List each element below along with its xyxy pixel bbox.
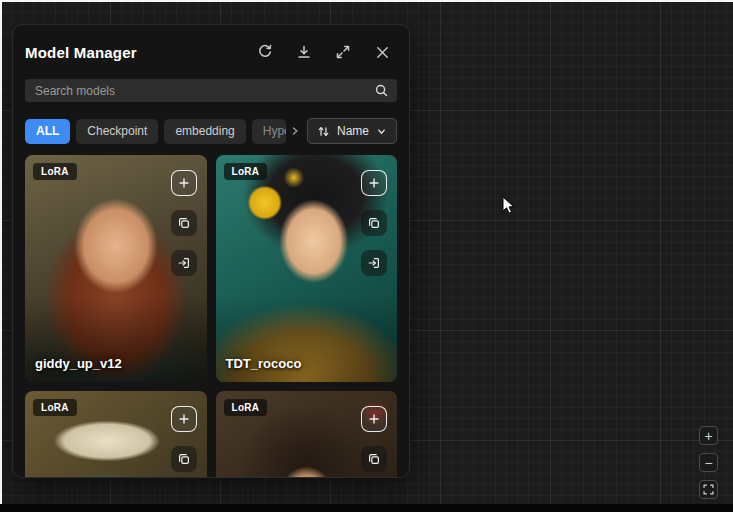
refresh-icon	[257, 44, 273, 60]
model-card[interactable]: LoRA TDT_rococo	[216, 155, 398, 382]
copy-button[interactable]	[171, 210, 197, 236]
window-border-left	[0, 0, 2, 504]
download-button[interactable]	[295, 43, 313, 61]
header-actions	[256, 43, 391, 61]
fit-view-icon	[702, 483, 715, 496]
copy-icon	[177, 216, 191, 230]
load-model-button[interactable]	[361, 250, 387, 276]
card-actions	[171, 170, 197, 276]
canvas-controls: + −	[699, 426, 718, 499]
sort-dropdown[interactable]: Name	[307, 118, 397, 144]
filter-tab-hypernetwork[interactable]: Hype	[252, 119, 286, 144]
import-icon	[367, 256, 381, 270]
filter-bar: ALL Checkpoint embedding Hype Name	[25, 118, 397, 144]
copy-icon	[367, 216, 381, 230]
zoom-out-button[interactable]: −	[699, 453, 718, 472]
search-icon	[374, 83, 389, 102]
close-icon	[375, 45, 390, 60]
filter-tab-embedding[interactable]: embedding	[164, 119, 245, 144]
model-type-badge: LoRA	[224, 163, 268, 180]
node-canvas[interactable]: Model Manager	[0, 0, 733, 512]
model-type-badge: LoRA	[224, 399, 268, 416]
model-name: TDT_rococo	[226, 356, 302, 371]
refresh-button[interactable]	[256, 43, 274, 61]
expand-icon	[335, 44, 351, 60]
load-model-button[interactable]	[171, 250, 197, 276]
expand-button[interactable]	[334, 43, 352, 61]
add-to-workflow-button[interactable]	[361, 170, 387, 196]
card-actions	[361, 170, 387, 276]
tabs-overflow-indicator[interactable]	[289, 121, 301, 141]
import-icon	[177, 256, 191, 270]
window-bottom-bar	[0, 504, 733, 512]
chevron-down-icon	[376, 126, 387, 137]
model-manager-panel: Model Manager	[12, 24, 410, 478]
filter-tab-checkpoint[interactable]: Checkpoint	[76, 119, 158, 144]
model-grid: LoRA giddy_up_v12 LoRA	[25, 155, 397, 478]
model-card[interactable]: LoRA giddy_up_v12	[25, 155, 207, 382]
zoom-in-button[interactable]: +	[699, 426, 718, 445]
card-actions	[361, 406, 387, 472]
window-border-top	[0, 0, 733, 2]
panel-header[interactable]: Model Manager	[25, 37, 397, 67]
search-input[interactable]	[25, 79, 397, 102]
model-type-badge: LoRA	[33, 399, 77, 416]
copy-button[interactable]	[361, 210, 387, 236]
model-name: giddy_up_v12	[35, 356, 122, 371]
model-card[interactable]: LoRA	[216, 391, 398, 478]
download-icon	[296, 44, 312, 60]
chevron-right-icon	[289, 125, 301, 137]
sort-icon	[317, 125, 330, 138]
model-type-badge: LoRA	[33, 163, 77, 180]
plus-icon	[177, 412, 191, 426]
add-to-workflow-button[interactable]	[171, 406, 197, 432]
add-to-workflow-button[interactable]	[361, 406, 387, 432]
copy-button[interactable]	[361, 446, 387, 472]
copy-button[interactable]	[171, 446, 197, 472]
plus-icon	[367, 176, 381, 190]
plus-icon	[367, 412, 381, 426]
model-card[interactable]: LoRA	[25, 391, 207, 478]
add-to-workflow-button[interactable]	[171, 170, 197, 196]
panel-title: Model Manager	[25, 44, 137, 61]
close-button[interactable]	[373, 43, 391, 61]
copy-icon	[367, 452, 381, 466]
filter-tab-all[interactable]: ALL	[25, 119, 70, 144]
sort-label: Name	[337, 124, 369, 138]
plus-icon	[177, 176, 191, 190]
card-actions	[171, 406, 197, 472]
copy-icon	[177, 452, 191, 466]
mouse-cursor	[502, 196, 516, 216]
fit-view-button[interactable]	[699, 480, 718, 499]
search-bar	[25, 79, 397, 102]
